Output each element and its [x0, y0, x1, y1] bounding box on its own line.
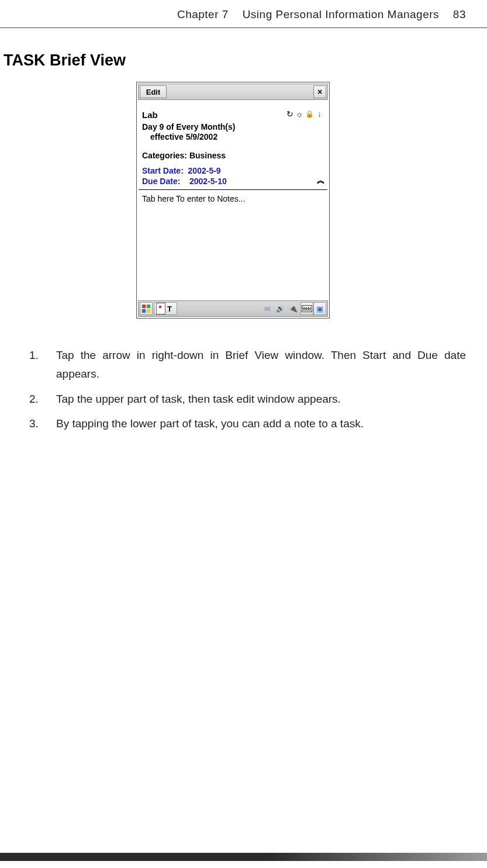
header-text: Chapter 7 Using Personal Information Man… [177, 8, 466, 21]
step-number: 3. [29, 414, 56, 433]
clipboard-icon [156, 303, 165, 314]
taskbar: T ✉ 🔊 🔌 ▣ [138, 300, 328, 317]
keyboard-icon [302, 305, 312, 312]
sound-tray-icon[interactable]: 🔊 [274, 302, 286, 315]
mail-tray-icon[interactable]: ✉ [261, 302, 274, 315]
screenshot-figure: Edit × Lab ↻ ☼ 🔒 ↓ Day 9 of Every Month(… [136, 82, 330, 319]
separator-line [139, 189, 327, 190]
step-text: Tap the arrow in right-down in Brief Vie… [56, 346, 466, 384]
sync-icon[interactable]: ↻ [285, 110, 294, 118]
lock-icon[interactable]: 🔒 [305, 110, 314, 117]
arrow-down-icon[interactable]: ↓ [315, 110, 324, 118]
start-date-label: Start Date: [142, 166, 184, 175]
chapter-label: Chapter 7 [177, 8, 229, 20]
due-date-line[interactable]: Due Date: 2002-5-10 [142, 177, 227, 186]
start-date-line[interactable]: Start Date: 2002-5-9 [142, 166, 221, 175]
due-date-value: 2002-5-10 [189, 177, 227, 186]
recurrence-line1[interactable]: Day 9 of Every Month(s) [142, 122, 235, 132]
alarm-icon[interactable]: ☼ [295, 110, 304, 118]
instruction-list: 1. Tap the arrow in right-down in Brief … [29, 346, 466, 439]
task-t-label: T [167, 305, 172, 313]
page-header: Chapter 7 Using Personal Information Man… [0, 0, 487, 28]
menubar: Edit × [138, 84, 328, 100]
step-text: Tap the upper part of task, then task ed… [56, 390, 466, 409]
step-number: 2. [29, 390, 56, 409]
close-icon[interactable]: × [313, 85, 326, 98]
plug-tray-icon[interactable]: 🔌 [286, 302, 299, 315]
due-date-label: Due Date: [142, 177, 180, 186]
page-number: 83 [453, 8, 466, 20]
keyboard-sip-button[interactable] [301, 302, 313, 315]
list-item: 1. Tap the arrow in right-down in Brief … [29, 346, 466, 384]
list-item: 3. By tapping the lower part of task, yo… [29, 414, 466, 433]
task-app-button[interactable]: T [154, 302, 177, 315]
windows-flag-icon [142, 305, 150, 313]
start-button[interactable] [140, 302, 153, 315]
step-text: By tapping the lower part of task, you c… [56, 414, 466, 433]
categories-line[interactable]: Categories: Business [142, 151, 226, 160]
recurrence-line2[interactable]: effective 5/9/2002 [150, 132, 217, 141]
window-button[interactable]: ▣ [313, 302, 326, 315]
footer-bar [0, 853, 487, 861]
start-date-value: 2002-5-9 [188, 166, 221, 175]
section-heading: TASK Brief View [4, 51, 126, 70]
list-item: 2. Tap the upper part of task, then task… [29, 390, 466, 409]
collapse-chevron-icon[interactable]: ︽ [317, 175, 324, 186]
task-view-body: Lab ↻ ☼ 🔒 ↓ Day 9 of Every Month(s) effe… [139, 102, 327, 299]
edit-menu-button[interactable]: Edit [140, 85, 167, 98]
notes-placeholder[interactable]: Tab here To enter to Notes... [142, 194, 245, 203]
task-name[interactable]: Lab [142, 110, 158, 120]
chapter-title: Using Personal Information Managers [243, 8, 439, 20]
task-status-icons: ↻ ☼ 🔒 ↓ [285, 110, 324, 118]
step-number: 1. [29, 346, 56, 384]
